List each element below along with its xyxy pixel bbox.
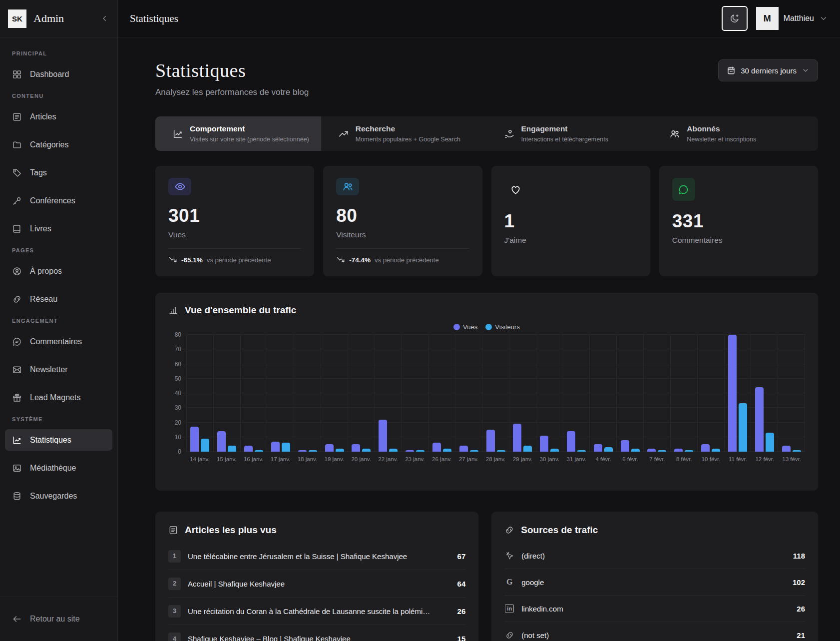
- sidebar-item-lead-magnets[interactable]: Lead Magnets: [5, 387, 112, 408]
- page-header: Statistiques Analysez les performances d…: [155, 59, 818, 97]
- bar-visiteurs-8 févr.[interactable]: [685, 450, 693, 452]
- bar-visiteurs-17 janv.[interactable]: [282, 443, 290, 452]
- chart-column: [321, 335, 348, 452]
- sidebar-item-conferences[interactable]: Conférences: [5, 190, 112, 211]
- bar-visiteurs-4 févr.[interactable]: [604, 447, 613, 452]
- period-selector-button[interactable]: 30 derniers jours: [718, 59, 818, 81]
- bar-visiteurs-11 févr.[interactable]: [739, 403, 747, 452]
- tab-recherche[interactable]: Recherche Moments populaires + Google Se…: [321, 116, 487, 151]
- chart-column: [241, 335, 268, 452]
- bar-vues-27 janv.[interactable]: [459, 446, 468, 452]
- article-row[interactable]: 1 Une télécabine entre Jérusalem et la S…: [168, 543, 465, 570]
- bar-visiteurs-27 janv.[interactable]: [470, 450, 478, 452]
- tab-abonnes[interactable]: Abonnés Newsletter et inscriptions: [652, 116, 818, 151]
- sidebar-item-newsletter[interactable]: Newsletter: [5, 359, 112, 380]
- bar-vues-11 févr.[interactable]: [728, 335, 737, 452]
- hand-heart-icon: [504, 128, 515, 139]
- database-icon: [12, 491, 22, 501]
- user-menu[interactable]: M Matthieu: [756, 7, 828, 30]
- mail-icon: [12, 365, 22, 375]
- calendar-icon: [727, 66, 736, 75]
- source-label: (not set): [521, 631, 790, 640]
- bar-visiteurs-7 févr.[interactable]: [658, 450, 666, 452]
- sidebar-item-livres[interactable]: Livres: [5, 218, 112, 239]
- bar-vues-12 févr.[interactable]: [755, 387, 764, 452]
- bar-vues-13 févr.[interactable]: [782, 446, 791, 452]
- source-row: in linkedin.com 26: [504, 596, 805, 622]
- comment-bubble-icon: [672, 178, 695, 201]
- sidebar-item-articles[interactable]: Articles: [5, 106, 112, 127]
- bar-visiteurs-31 janv.[interactable]: [577, 450, 586, 452]
- bar-visiteurs-14 janv.[interactable]: [201, 439, 209, 452]
- sidebar-item-mediatheque[interactable]: Médiathèque: [5, 457, 112, 479]
- bar-vues-30 janv.[interactable]: [540, 436, 548, 452]
- google-icon: G: [504, 578, 514, 587]
- bar-vues-8 févr.[interactable]: [674, 449, 683, 452]
- bar-vues-7 févr.[interactable]: [647, 449, 656, 452]
- chart-y-axis: 01020304050607080: [168, 335, 186, 452]
- article-row[interactable]: 4 Shafique Keshavjee – Blog | Shafique K…: [168, 625, 465, 641]
- theme-toggle-button[interactable]: [722, 6, 748, 31]
- bar-visiteurs-22 janv.[interactable]: [389, 449, 398, 452]
- bar-vues-10 févr.[interactable]: [701, 444, 710, 452]
- stat-cards-row: 301 Vues -65.1% vs période précédente 80…: [155, 166, 818, 276]
- bar-vues-20 janv.[interactable]: [352, 444, 360, 452]
- sidebar-item-dashboard[interactable]: Dashboard: [5, 63, 112, 85]
- bar-visiteurs-19 janv.[interactable]: [336, 449, 344, 452]
- sidebar-item-reseau[interactable]: Réseau: [5, 288, 112, 310]
- bar-vues-28 janv.[interactable]: [486, 430, 495, 452]
- section-label-pages: PAGES: [5, 247, 112, 253]
- y-tick-label: 60: [175, 361, 181, 368]
- bar-visiteurs-6 févr.[interactable]: [631, 449, 640, 452]
- stats-tabs: Comportement Visites sur votre site (pér…: [155, 116, 818, 151]
- user-circle-icon: [12, 266, 22, 276]
- bar-vues-17 janv.[interactable]: [271, 442, 280, 452]
- bar-visiteurs-26 janv.[interactable]: [443, 449, 451, 452]
- bar-visiteurs-12 févr.[interactable]: [766, 433, 774, 452]
- tab-engagement[interactable]: Engagement Interactions et téléchargemen…: [487, 116, 653, 151]
- sidebar-item-sauvegardes[interactable]: Sauvegardes: [5, 485, 112, 507]
- bar-visiteurs-13 févr.[interactable]: [793, 450, 801, 452]
- book-icon: [12, 224, 22, 234]
- article-row[interactable]: 2 Accueil | Shafique Keshavjee 64: [168, 570, 465, 598]
- article-row[interactable]: 3 Une récitation du Coran à la Cathédral…: [168, 598, 465, 625]
- bar-vues-4 févr.[interactable]: [594, 444, 602, 452]
- bar-vues-18 janv.[interactable]: [298, 450, 307, 452]
- sidebar-item-tags[interactable]: Tags: [5, 162, 112, 183]
- bar-vues-6 févr.[interactable]: [621, 440, 629, 452]
- bar-vues-14 janv.[interactable]: [190, 427, 199, 452]
- stat-card-jaime: 1 J'aime: [491, 166, 650, 276]
- bar-vues-26 janv.[interactable]: [432, 443, 441, 452]
- sidebar-collapse-icon[interactable]: [100, 14, 109, 23]
- bar-visiteurs-20 janv.[interactable]: [362, 449, 371, 452]
- panel-title: Sources de trafic: [521, 525, 598, 536]
- bar-visiteurs-30 janv.[interactable]: [550, 449, 559, 452]
- back-to-site-button[interactable]: Retour au site: [0, 597, 117, 641]
- sidebar-item-a-propos[interactable]: À propos: [5, 260, 112, 282]
- x-tick-label: 4 févr.: [590, 456, 617, 462]
- bar-vues-15 janv.[interactable]: [217, 431, 226, 452]
- x-tick-label: 26 janv.: [428, 456, 455, 462]
- bar-visiteurs-23 janv.[interactable]: [416, 450, 424, 452]
- sidebar-item-categories[interactable]: Catégories: [5, 134, 112, 155]
- sidebar-item-label: Lead Magnets: [30, 393, 80, 402]
- bar-visiteurs-16 janv.[interactable]: [255, 450, 263, 452]
- bar-visiteurs-18 janv.[interactable]: [309, 450, 317, 452]
- sidebar-item-statistiques[interactable]: Statistiques: [5, 429, 112, 451]
- bar-visiteurs-10 févr.[interactable]: [712, 449, 720, 452]
- sidebar-item-label: Réseau: [30, 295, 57, 304]
- bar-vues-22 janv.[interactable]: [379, 420, 387, 452]
- bar-vues-23 janv.[interactable]: [406, 450, 414, 452]
- bar-vues-29 janv.[interactable]: [513, 424, 521, 452]
- bar-visiteurs-29 janv.[interactable]: [523, 446, 532, 452]
- tab-comportement[interactable]: Comportement Visites sur votre site (pér…: [155, 116, 321, 151]
- sidebar-item-commentaires[interactable]: Commentaires: [5, 331, 112, 352]
- y-tick-label: 70: [175, 346, 181, 353]
- bar-visiteurs-15 janv.[interactable]: [228, 446, 236, 452]
- bar-vues-16 janv.[interactable]: [244, 446, 253, 452]
- bar-vues-31 janv.[interactable]: [567, 431, 575, 452]
- arrow-left-icon: [12, 614, 22, 624]
- bar-vues-19 janv.[interactable]: [325, 444, 334, 452]
- chart-column: [536, 335, 563, 452]
- bar-visiteurs-28 janv.[interactable]: [497, 450, 505, 452]
